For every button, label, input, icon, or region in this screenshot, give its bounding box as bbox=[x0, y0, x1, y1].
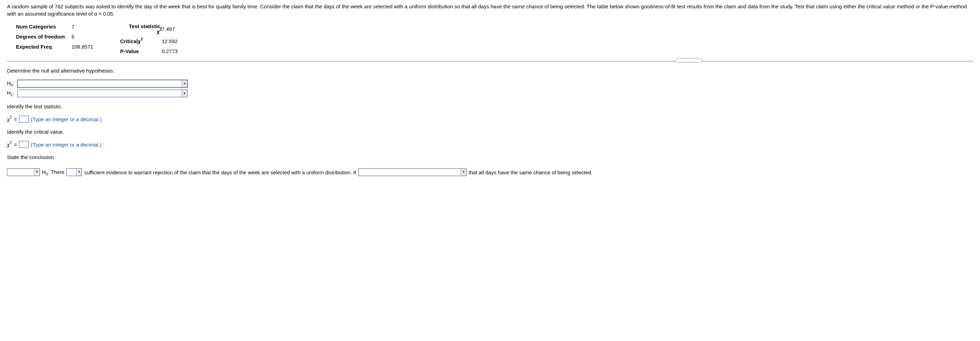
collapse-toggle[interactable]: . . . . . bbox=[676, 58, 702, 62]
degrees-freedom-value: 6 bbox=[72, 34, 99, 40]
chi-squared-symbol: χ2 bbox=[7, 142, 12, 148]
critical-value-prompt: Identify the critical value. bbox=[7, 129, 973, 135]
test-statistic-input[interactable] bbox=[19, 116, 29, 123]
chevron-down-icon: ▼ bbox=[34, 169, 40, 176]
chevron-down-icon: ▼ bbox=[181, 90, 187, 97]
h0-dropdown[interactable]: ▼ bbox=[18, 80, 188, 88]
conclusion-text-mid: sufficient evidence to warrant rejection… bbox=[84, 167, 356, 178]
pvalue-value: 0.2773 bbox=[162, 48, 189, 54]
chevron-down-icon: ▼ bbox=[181, 80, 187, 87]
conclusion-text-tail: that all days have the same chance of be… bbox=[469, 167, 593, 178]
chevron-down-icon: ▼ bbox=[76, 169, 81, 176]
problem-statement: A random sample of 762 subjects was aske… bbox=[7, 3, 973, 18]
hypotheses-prompt: Determine the null and alternative hypot… bbox=[7, 68, 973, 73]
test-statistic-hint: (Type an integer or a decimal.) bbox=[31, 116, 101, 122]
critical-value-input[interactable] bbox=[19, 141, 29, 148]
critical-chi-value: 12.592 bbox=[162, 38, 189, 44]
test-statistic-label: Test statistic, χ2 bbox=[120, 24, 162, 34]
appears-dropdown[interactable]: ▼ bbox=[358, 169, 466, 176]
h0-label: H0: bbox=[7, 80, 18, 87]
equals-sign: = bbox=[14, 142, 17, 148]
conclusion-text-h0: H0. There bbox=[42, 166, 64, 178]
h1-dropdown[interactable]: ▼ bbox=[18, 89, 188, 97]
expected-freq-value: 108.8571 bbox=[72, 44, 99, 49]
results-table: Num Categories 7 Degrees of freedom 6 Ex… bbox=[16, 24, 973, 54]
degrees-freedom-label: Degrees of freedom bbox=[16, 34, 72, 40]
h1-label: H1: bbox=[7, 90, 18, 97]
is-isnot-dropdown[interactable]: ▼ bbox=[66, 169, 82, 176]
test-statistic-prompt: Identify the test statistic. bbox=[7, 104, 973, 109]
conclusion-prompt: State the conclusion. bbox=[7, 154, 973, 160]
num-categories-value: 7 bbox=[72, 24, 99, 30]
critical-chi-label: Critical χ2 bbox=[120, 38, 162, 44]
expected-freq-label: Expected Freq bbox=[16, 44, 72, 49]
num-categories-label: Num Categories bbox=[16, 24, 72, 30]
critical-value-hint: (Type an integer or a decimal.) bbox=[31, 142, 101, 148]
equals-sign: = bbox=[14, 116, 17, 122]
reject-fail-dropdown[interactable]: ▼ bbox=[7, 169, 40, 176]
chevron-down-icon: ▼ bbox=[461, 169, 466, 176]
chi-squared-symbol: χ2 bbox=[7, 116, 12, 122]
pvalue-label: P-Value bbox=[120, 48, 162, 54]
test-statistic-value: 7.497 bbox=[162, 26, 189, 32]
